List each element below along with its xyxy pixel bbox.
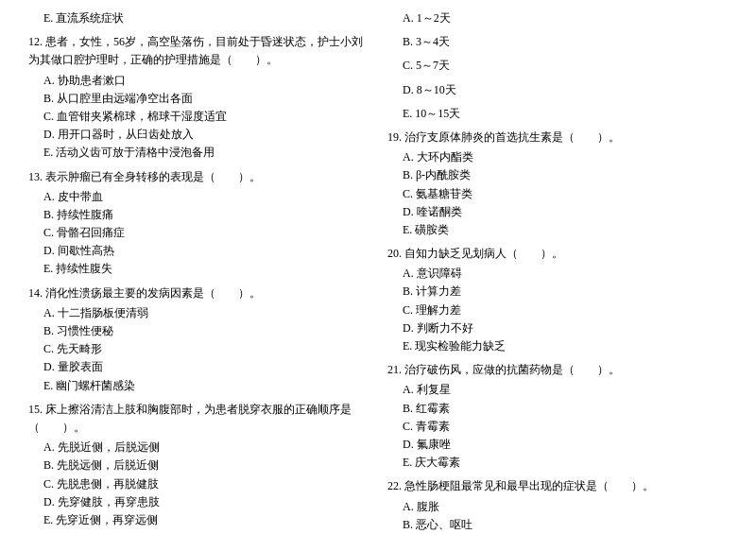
q13-optA: A. 皮中带血 bbox=[28, 188, 369, 206]
opt-b-days: B. 3～4天 bbox=[387, 33, 728, 51]
q22-text: 22. 急性肠梗阻最常见和最早出现的症状是（ ）。 bbox=[387, 477, 728, 495]
q15-optA: A. 先脱近侧，后脱远侧 bbox=[28, 439, 369, 456]
q12-optC: C. 血管钳夹紧棉球，棉球干湿度适宜 bbox=[28, 108, 369, 126]
q21-optC: C. 青霉素 bbox=[387, 418, 728, 436]
q21-optB: B. 红霉素 bbox=[387, 400, 728, 418]
q20-optA: A. 意识障碍 bbox=[387, 265, 728, 283]
q14-optD: D. 量胶表面 bbox=[28, 358, 369, 376]
opt-d-days: D. 8～10天 bbox=[387, 81, 728, 99]
q13-block: 13. 表示肿瘤已有全身转移的表现是（ ）。 A. 皮中带血 B. 持续性腹痛 … bbox=[28, 168, 369, 279]
q14-optE: E. 幽门螺杆菌感染 bbox=[28, 377, 369, 395]
opt-a-days: A. 1～2天 bbox=[387, 9, 728, 27]
q19-text: 19. 治疗支原体肺炎的首选抗生素是（ ）。 bbox=[387, 129, 728, 146]
two-column-layout: E. 直流系统症状 12. 患者，女性，56岁，高空坠落伤，目前处于昏迷状态，护… bbox=[28, 9, 728, 534]
right-column: A. 1～2天 B. 3～4天 C. 5～7天 D. 8～10天 E. 10～1… bbox=[387, 9, 728, 534]
q14-optB: B. 习惯性便秘 bbox=[28, 322, 369, 340]
q14-optA: A. 十二指肠板便清弱 bbox=[28, 304, 369, 322]
q20-block: 20. 自知力缺乏见划病人（ ）。 A. 意识障碍 B. 计算力差 C. 理解力… bbox=[387, 245, 728, 355]
q20-text: 20. 自知力缺乏见划病人（ ）。 bbox=[387, 245, 728, 263]
q19-optC: C. 氨基糖苷类 bbox=[387, 185, 728, 203]
q19-optB: B. β-内酰胺类 bbox=[387, 166, 728, 184]
q13-text: 13. 表示肿瘤已有全身转移的表现是（ ）。 bbox=[28, 168, 369, 186]
q15-optD: D. 先穿健肢，再穿患肢 bbox=[28, 493, 369, 511]
q21-optD: D. 氟康唑 bbox=[387, 436, 728, 454]
q21-optE: E. 庆大霉素 bbox=[387, 454, 728, 472]
q-b-days: B. 3～4天 bbox=[387, 33, 728, 51]
q12-optD: D. 用开口器时，从臼齿处放入 bbox=[28, 126, 369, 144]
q14-text: 14. 消化性溃疡最主要的发病因素是（ ）。 bbox=[28, 284, 369, 302]
q22-block: 22. 急性肠梗阻最常见和最早出现的症状是（ ）。 A. 腹胀 B. 恶心、呕吐… bbox=[387, 477, 728, 534]
q19-optE: E. 磺胺类 bbox=[387, 221, 728, 239]
q20-optD: D. 判断力不好 bbox=[387, 319, 728, 337]
page-container: E. 直流系统症状 12. 患者，女性，56岁，高空坠落伤，目前处于昏迷状态，护… bbox=[28, 9, 728, 534]
q-c-days: C. 5～7天 bbox=[387, 57, 728, 75]
q21-block: 21. 治疗破伤风，应做的抗菌药物是（ ）。 A. 利复星 B. 红霉素 C. … bbox=[387, 361, 728, 472]
q15-optE: E. 先穿近侧，再穿远侧 bbox=[28, 511, 369, 529]
q20-optC: C. 理解力差 bbox=[387, 301, 728, 319]
q-e-straight: E. 直流系统症状 bbox=[28, 9, 369, 27]
q19-optD: D. 喹诺酮类 bbox=[387, 203, 728, 221]
q15-block: 15. 床上擦浴清洁上肢和胸腹部时，为患者脱穿衣服的正确顺序是（ ）。 A. 先… bbox=[28, 401, 369, 529]
left-column: E. 直流系统症状 12. 患者，女性，56岁，高空坠落伤，目前处于昏迷状态，护… bbox=[28, 9, 369, 534]
q12-block: 12. 患者，女性，56岁，高空坠落伤，目前处于昏迷状态，护士小刘为其做口腔护理… bbox=[28, 33, 369, 162]
q22-optA: A. 腹胀 bbox=[387, 498, 728, 516]
q15-text: 15. 床上擦浴清洁上肢和胸腹部时，为患者脱穿衣服的正确顺序是（ ）。 bbox=[28, 401, 369, 437]
option-text: E. 直流系统症状 bbox=[28, 9, 369, 27]
q22-optB: B. 恶心、呕吐 bbox=[387, 516, 728, 534]
q20-optE: E. 现实检验能力缺乏 bbox=[387, 337, 728, 355]
q15-optC: C. 先脱患侧，再脱健肢 bbox=[28, 475, 369, 493]
q-d-days: D. 8～10天 bbox=[387, 81, 728, 99]
q12-optE: E. 活动义齿可放于清格中浸泡备用 bbox=[28, 144, 369, 162]
q19-optA: A. 大环内酯类 bbox=[387, 148, 728, 166]
q12-optB: B. 从口腔里由远端净空出各面 bbox=[28, 90, 369, 108]
q14-optC: C. 先天畸形 bbox=[28, 340, 369, 358]
q13-optC: C. 骨骼召回痛症 bbox=[28, 224, 369, 242]
q12-optA: A. 协助患者漱口 bbox=[28, 72, 369, 90]
q19-block: 19. 治疗支原体肺炎的首选抗生素是（ ）。 A. 大环内酯类 B. β-内酰胺… bbox=[387, 129, 728, 239]
opt-c-days: C. 5～7天 bbox=[387, 57, 728, 75]
q21-text: 21. 治疗破伤风，应做的抗菌药物是（ ）。 bbox=[387, 361, 728, 379]
q-a-days1: A. 1～2天 bbox=[387, 9, 728, 27]
q15-optB: B. 先脱远侧，后脱近侧 bbox=[28, 456, 369, 474]
q21-optA: A. 利复星 bbox=[387, 381, 728, 399]
opt-e-days: E. 10～15天 bbox=[387, 105, 728, 123]
q13-optB: B. 持续性腹痛 bbox=[28, 206, 369, 224]
q12-text: 12. 患者，女性，56岁，高空坠落伤，目前处于昏迷状态，护士小刘为其做口腔护理… bbox=[28, 33, 369, 69]
q-e-days: E. 10～15天 bbox=[387, 105, 728, 123]
q13-optE: E. 持续性腹失 bbox=[28, 260, 369, 278]
q13-optD: D. 间歇性高热 bbox=[28, 242, 369, 260]
q20-optB: B. 计算力差 bbox=[387, 283, 728, 301]
q14-block: 14. 消化性溃疡最主要的发病因素是（ ）。 A. 十二指肠板便清弱 B. 习惯… bbox=[28, 284, 369, 395]
